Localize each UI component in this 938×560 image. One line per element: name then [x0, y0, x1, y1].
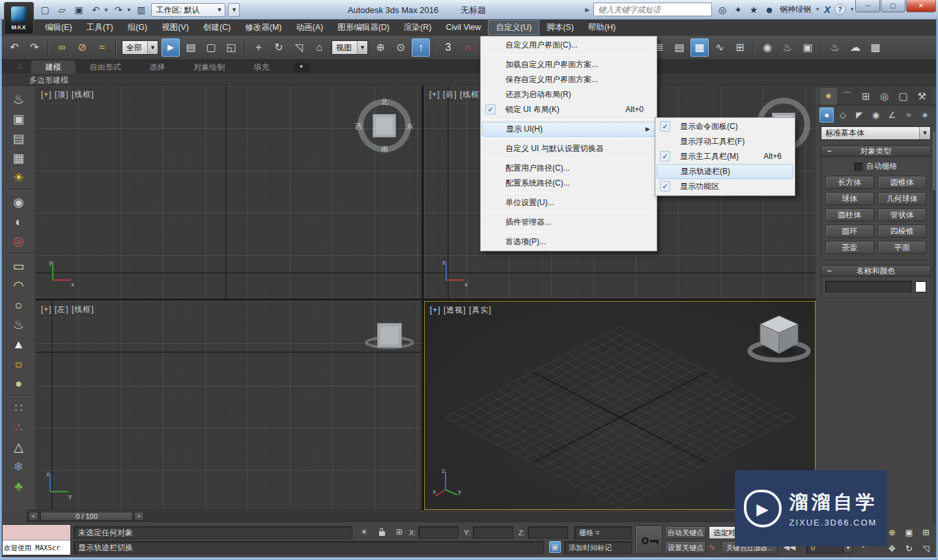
compass-south-label[interactable]: 南 [381, 145, 388, 154]
help-dropdown-icon[interactable]: ▼ [849, 7, 855, 12]
unlink-selection-icon[interactable]: ⊘ [73, 38, 91, 57]
menubar-item-9[interactable]: 渲染(R) [397, 20, 438, 35]
menubar-item-12[interactable]: 脚本(S) [539, 20, 581, 35]
geosphere-primitive-icon[interactable]: ● [7, 374, 31, 393]
curve-editor-icon[interactable]: ∿ [711, 38, 729, 57]
tab-modify[interactable]: ⌒ [838, 87, 857, 105]
tab-display[interactable]: ▢ [894, 87, 913, 105]
redo-icon[interactable]: ↷ [25, 38, 44, 57]
time-slider-track[interactable] [27, 512, 814, 522]
customize-menu-item-5[interactable]: ✓锁定 UI 布局(K)Alt+0 [482, 102, 655, 117]
zoom-button[interactable]: ⊕ [885, 525, 900, 540]
name-color-rollout-header[interactable]: − 名称和颜色 [821, 265, 931, 277]
time-slider-thumb[interactable]: 0 / 100 [40, 512, 133, 521]
tab-motion[interactable]: ◎ [875, 87, 894, 105]
viewport-drawing-toggle-icon[interactable]: ▣ [549, 541, 561, 553]
render-production-icon[interactable]: ♨ [826, 38, 844, 57]
camera-icon[interactable]: ◉ [7, 193, 31, 212]
help-icon[interactable]: ? [834, 4, 846, 15]
snap-3d-magnet-icon[interactable]: ∩ [459, 38, 477, 57]
rendered-frame-window-icon[interactable]: ▣ [7, 109, 31, 129]
set-key-big-button[interactable] [635, 525, 662, 554]
select-and-manipulate-icon[interactable]: ⊙ [391, 38, 410, 57]
render-setup-icon[interactable]: ♨ [778, 38, 797, 57]
zoom-extents-button[interactable]: ▣ [902, 525, 917, 540]
compass-west-label[interactable]: 西 [355, 122, 362, 132]
window-crossing-icon[interactable]: ◱ [222, 38, 240, 57]
auto-key-button[interactable]: 自动关键点 [665, 526, 706, 539]
primitive-button-6[interactable]: 管状体 [878, 208, 927, 221]
customize-menu-item-11[interactable]: 插件管理器... [482, 215, 655, 230]
render-teapot-icon[interactable]: ♨ [7, 90, 31, 109]
maximize-button[interactable]: ▢ [881, 0, 905, 12]
render-cloud-icon[interactable]: ☁ [846, 38, 864, 57]
menubar-item-8[interactable]: 图形编辑器(D) [330, 20, 397, 35]
select-by-name-icon[interactable]: ▤ [182, 38, 200, 57]
display-ui-item-1[interactable]: ✓显示命令面板(C) [657, 119, 793, 134]
ribbon-tab-5[interactable]: 填充 [240, 61, 284, 74]
select-and-rotate-icon[interactable]: ↻ [270, 38, 288, 57]
select-and-scale-icon[interactable]: ◹ [290, 38, 308, 57]
menubar-item-11[interactable]: 自定义(U) [488, 20, 539, 35]
light-lister-icon[interactable]: ☀ [7, 168, 31, 188]
bind-to-spacewarp-icon[interactable]: ≈ [93, 38, 111, 57]
undo-button[interactable]: ↶ [89, 3, 103, 17]
primitive-button-7[interactable]: 圆环 [825, 225, 874, 238]
tab-create[interactable]: ✶ [819, 87, 838, 105]
autogrid-checkbox[interactable] [855, 163, 862, 171]
customize-menu-item-4[interactable]: 还原为启动布局(R) [482, 87, 655, 102]
snap-3d-label[interactable]: 3 [439, 38, 457, 57]
user-icon[interactable]: ☻ [763, 5, 776, 15]
set-key-button[interactable]: 设置关键点 [665, 541, 706, 554]
ribbon-panel-label[interactable]: 多边形建模 [29, 74, 68, 86]
isolate-selection-icon[interactable]: ☀ [358, 527, 370, 539]
viewport-top[interactable]: [+] [顶] [线框] 北 东 南 西 yx [36, 86, 421, 298]
ribbon-minimize-dropdown[interactable]: ▼ [293, 63, 310, 72]
communication-center-icon[interactable]: ✦ [732, 5, 745, 15]
time-tag-field[interactable]: 添加时间标记 [564, 541, 632, 554]
ribbon-tab-3[interactable]: 选择 [135, 61, 180, 74]
display-ui-item-2[interactable]: 显示浮动工具栏(F) [657, 134, 793, 149]
rock-object-icon[interactable]: ❄ [7, 457, 31, 477]
customize-menu-item-6[interactable]: 显示 UI(H)▶ [482, 122, 655, 137]
viewcube-side[interactable] [363, 316, 416, 358]
rectangular-selection-icon[interactable]: ▢ [202, 38, 220, 57]
sub-systems[interactable]: ∗ [918, 107, 932, 122]
atom-object-icon[interactable]: ∴ [7, 418, 31, 438]
compass-north-label[interactable]: 北 [381, 97, 388, 107]
close-button[interactable]: ✕ [906, 0, 936, 12]
customize-menu-item-8[interactable]: 配置用户路径(C)... [482, 161, 655, 176]
primitive-button-9[interactable]: 茶壶 [825, 241, 874, 254]
redo-button-dropdown-icon[interactable]: ▼ [126, 7, 132, 13]
sphere-primitive-icon[interactable]: ○ [7, 296, 31, 315]
minimize-button[interactable]: ─ [855, 0, 880, 12]
customize-menu-item-1[interactable]: 自定义用户界面(C)... [482, 38, 655, 53]
material-editor-icon[interactable]: ◉ [758, 38, 776, 57]
array-tool-icon[interactable]: ∷ [7, 399, 31, 418]
spotlight-icon[interactable]: ◐ [7, 212, 31, 232]
menubar-item-10[interactable]: Civil View [438, 20, 488, 35]
menubar-item-1[interactable]: 编辑(E) [38, 20, 79, 35]
maxscript-mini-listener[interactable]: 欢迎使用 MAXScr [2, 524, 71, 555]
primitive-button-8[interactable]: 四棱锥 [878, 225, 927, 238]
application-menu-button[interactable]: MAX [4, 2, 34, 35]
undo-button-dropdown-icon[interactable]: ▼ [104, 7, 109, 13]
primitive-button-5[interactable]: 圆柱体 [825, 208, 874, 221]
viewport-top-label[interactable]: [+] [顶] [线框] [41, 89, 94, 100]
pyramid-primitive-icon[interactable]: △ [7, 438, 31, 457]
foliage-object-icon[interactable]: ♣ [7, 477, 31, 496]
sub-spacewarps[interactable]: ≈ [902, 107, 916, 122]
primitive-category-dropdown[interactable]: 标准基本体 ▼ [821, 126, 931, 140]
menubar-item-5[interactable]: 创建(C) [196, 20, 238, 35]
ribbon-tab-4[interactable]: 对象绘制 [180, 61, 240, 74]
customize-menu-item-9[interactable]: 配置系统路径(C)... [482, 176, 655, 191]
teapot-primitive-icon[interactable]: ♨ [7, 315, 31, 335]
favorites-icon[interactable]: ★ [747, 5, 760, 15]
customize-menu-item-12[interactable]: 首选项(P)... [482, 234, 655, 249]
zoom-extents-all-button[interactable]: ⊞ [918, 525, 933, 540]
menubar-item-2[interactable]: 工具(T) [79, 20, 121, 35]
customize-menu-item-7[interactable]: 自定义 UI 与默认设置切换器 [482, 141, 655, 156]
primitive-button-4[interactable]: 几何球体 [878, 192, 927, 205]
workspace-extra-dropdown[interactable]: ▼ [228, 3, 240, 17]
object-name-field[interactable] [825, 281, 912, 292]
